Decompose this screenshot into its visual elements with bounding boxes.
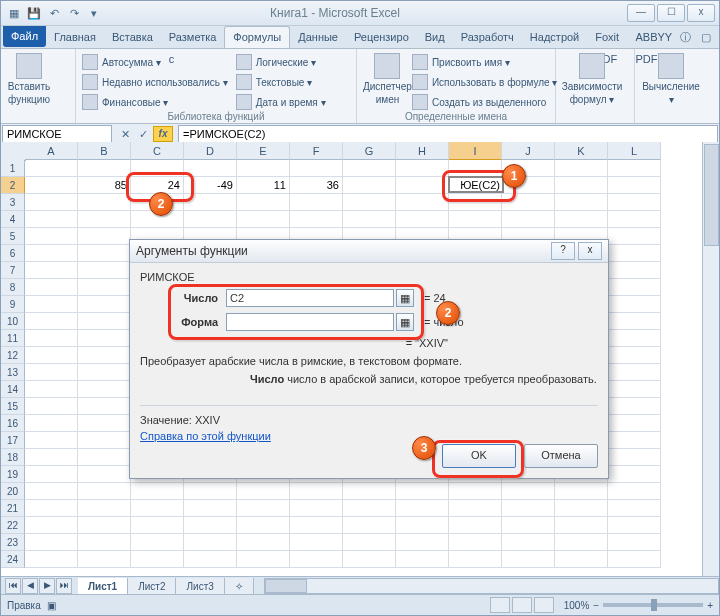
cell[interactable] bbox=[290, 534, 343, 551]
cell[interactable] bbox=[131, 517, 184, 534]
cell[interactable] bbox=[290, 211, 343, 228]
cell[interactable]: 36 bbox=[290, 177, 343, 194]
range-picker-icon[interactable]: ▦ bbox=[396, 313, 414, 331]
row-header[interactable]: 3 bbox=[1, 194, 25, 211]
scrollbar-thumb[interactable] bbox=[265, 579, 307, 593]
view-pagebreak-icon[interactable] bbox=[534, 597, 554, 613]
cell[interactable] bbox=[608, 296, 661, 313]
cell[interactable] bbox=[25, 415, 78, 432]
tab-formulas[interactable]: Формулы bbox=[224, 26, 290, 48]
cell[interactable] bbox=[343, 483, 396, 500]
arg-input-number[interactable]: C2 bbox=[226, 289, 394, 307]
horizontal-scrollbar[interactable] bbox=[264, 578, 719, 594]
cell[interactable] bbox=[78, 279, 131, 296]
cell[interactable] bbox=[184, 517, 237, 534]
row-header[interactable]: 15 bbox=[1, 398, 25, 415]
vertical-scrollbar[interactable] bbox=[702, 142, 719, 577]
dialog-close-button[interactable]: x bbox=[578, 242, 602, 260]
row-header[interactable]: 19 bbox=[1, 466, 25, 483]
cell[interactable] bbox=[608, 160, 661, 177]
cell[interactable] bbox=[237, 483, 290, 500]
cell[interactable] bbox=[608, 398, 661, 415]
row-header[interactable]: 20 bbox=[1, 483, 25, 500]
cell[interactable] bbox=[555, 500, 608, 517]
col-header[interactable]: B bbox=[78, 142, 131, 160]
cell[interactable] bbox=[25, 262, 78, 279]
cell[interactable] bbox=[184, 194, 237, 211]
cell[interactable] bbox=[608, 483, 661, 500]
logical-button[interactable]: Логические ▾ bbox=[236, 53, 326, 71]
cell[interactable] bbox=[25, 296, 78, 313]
cell[interactable] bbox=[25, 279, 78, 296]
create-from-selection-button[interactable]: Создать из выделенного bbox=[412, 93, 558, 111]
cell[interactable] bbox=[502, 194, 555, 211]
cell[interactable] bbox=[237, 211, 290, 228]
minimize-button[interactable]: — bbox=[627, 4, 655, 22]
row-header[interactable]: 11 bbox=[1, 330, 25, 347]
cell[interactable] bbox=[78, 449, 131, 466]
cell[interactable] bbox=[396, 534, 449, 551]
arg-input-form[interactable] bbox=[226, 313, 394, 331]
cell[interactable] bbox=[555, 534, 608, 551]
row-header[interactable]: 16 bbox=[1, 415, 25, 432]
sheet-tab-3[interactable]: Лист3 bbox=[176, 578, 224, 595]
view-normal-icon[interactable] bbox=[490, 597, 510, 613]
cell[interactable] bbox=[449, 160, 502, 177]
cell[interactable] bbox=[608, 500, 661, 517]
cell[interactable]: 11 bbox=[237, 177, 290, 194]
cell[interactable] bbox=[25, 160, 78, 177]
row-header[interactable]: 2 bbox=[1, 177, 25, 194]
cell[interactable] bbox=[608, 534, 661, 551]
cell[interactable] bbox=[608, 517, 661, 534]
formula-auditing-button[interactable]: Зависимости формул ▾ bbox=[562, 51, 622, 105]
cell[interactable] bbox=[502, 551, 555, 568]
row-header[interactable]: 8 bbox=[1, 279, 25, 296]
tab-abbyy[interactable]: ABBYY PDF bbox=[628, 26, 681, 48]
col-header[interactable]: K bbox=[555, 142, 608, 160]
cell[interactable] bbox=[78, 160, 131, 177]
cell[interactable] bbox=[25, 347, 78, 364]
cell[interactable] bbox=[25, 381, 78, 398]
cell[interactable] bbox=[555, 517, 608, 534]
cell[interactable] bbox=[290, 160, 343, 177]
cell[interactable] bbox=[449, 194, 502, 211]
ok-button[interactable]: OK bbox=[442, 444, 516, 468]
cell[interactable] bbox=[184, 551, 237, 568]
cell[interactable] bbox=[78, 245, 131, 262]
cell[interactable] bbox=[78, 364, 131, 381]
row-header[interactable]: 17 bbox=[1, 432, 25, 449]
cancel-button[interactable]: Отмена bbox=[524, 444, 598, 468]
redo-icon[interactable]: ↷ bbox=[65, 4, 83, 22]
cell[interactable]: -49 bbox=[184, 177, 237, 194]
cancel-icon[interactable]: ✕ bbox=[117, 126, 133, 142]
cell[interactable] bbox=[343, 194, 396, 211]
cell[interactable] bbox=[237, 500, 290, 517]
cell[interactable] bbox=[78, 517, 131, 534]
col-header[interactable]: D bbox=[184, 142, 237, 160]
insert-function-button[interactable]: Вставить функцию bbox=[7, 51, 51, 105]
cell[interactable] bbox=[396, 483, 449, 500]
row-header[interactable]: 13 bbox=[1, 364, 25, 381]
col-header[interactable]: J bbox=[502, 142, 555, 160]
recent-button[interactable]: Недавно использовались ▾ bbox=[82, 73, 228, 91]
tab-view[interactable]: Вид bbox=[417, 26, 453, 48]
name-manager-button[interactable]: Диспетчер имен bbox=[363, 51, 412, 111]
undo-icon[interactable]: ↶ bbox=[45, 4, 63, 22]
cell[interactable] bbox=[608, 211, 661, 228]
tab-home[interactable]: Главная bbox=[46, 26, 104, 48]
cell[interactable] bbox=[608, 228, 661, 245]
row-header[interactable]: 12 bbox=[1, 347, 25, 364]
cell[interactable] bbox=[290, 517, 343, 534]
cell[interactable] bbox=[449, 517, 502, 534]
cell[interactable] bbox=[343, 517, 396, 534]
cell[interactable] bbox=[237, 551, 290, 568]
cell[interactable] bbox=[25, 432, 78, 449]
cell[interactable] bbox=[608, 347, 661, 364]
new-sheet-button[interactable]: ✧ bbox=[225, 578, 254, 595]
cell[interactable] bbox=[555, 483, 608, 500]
cell[interactable] bbox=[608, 330, 661, 347]
fx-button[interactable]: fx bbox=[153, 126, 173, 142]
formula-input[interactable]: =РИМСКОЕ(C2) bbox=[178, 125, 718, 143]
cell[interactable] bbox=[25, 364, 78, 381]
tab-data[interactable]: Данные bbox=[290, 26, 346, 48]
